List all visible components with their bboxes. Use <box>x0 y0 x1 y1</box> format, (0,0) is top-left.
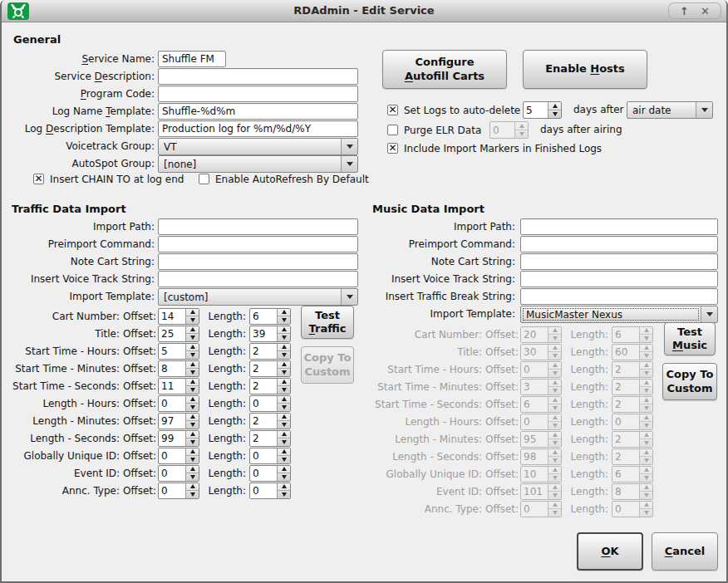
offset-input[interactable] <box>159 379 185 394</box>
length-spinbox[interactable] <box>249 308 291 325</box>
spin-up-icon[interactable] <box>278 326 290 335</box>
spin-up-icon[interactable] <box>278 379 290 387</box>
checkbox[interactable] <box>387 143 398 154</box>
spin-up-icon[interactable] <box>186 379 199 387</box>
length-input[interactable] <box>250 361 277 376</box>
enable-hosts-button[interactable]: Enable Hosts <box>523 50 647 89</box>
offset-spinbox[interactable] <box>158 430 199 447</box>
spin-down-icon[interactable] <box>278 316 290 324</box>
offset-input[interactable] <box>159 466 185 481</box>
music-insert-voice-track-string-input[interactable] <box>520 271 718 287</box>
spin-up-icon[interactable] <box>186 396 199 404</box>
spin-down-icon[interactable] <box>278 456 290 463</box>
spin-up-icon[interactable] <box>278 431 290 439</box>
traffic-note-cart-string-input[interactable] <box>158 253 358 270</box>
spin-down-icon[interactable] <box>278 438 290 446</box>
log-description-template-input[interactable] <box>158 120 358 137</box>
offset-spinbox[interactable] <box>158 360 199 377</box>
purge-elr-checkbox[interactable]: Purge ELR Data <box>387 121 481 139</box>
spin-up-icon[interactable] <box>186 414 199 422</box>
offset-input[interactable] <box>159 326 185 341</box>
traffic-import-template-select[interactable]: [custom] <box>158 288 358 306</box>
offset-spinbox[interactable] <box>158 483 199 499</box>
length-spinbox[interactable] <box>249 430 291 447</box>
spin-down-icon[interactable] <box>278 404 290 411</box>
music-import-path-input[interactable] <box>520 218 718 235</box>
ok-button[interactable]: OK <box>577 532 643 571</box>
spin-down-icon[interactable] <box>186 334 199 341</box>
offset-input[interactable] <box>159 448 185 463</box>
spin-up-icon[interactable] <box>186 326 199 335</box>
length-input[interactable] <box>250 414 277 429</box>
title-bar[interactable]: RDAdmin - Edit Service ↑ ✕ <box>2 0 726 22</box>
offset-input[interactable] <box>159 414 185 429</box>
offset-input[interactable] <box>159 431 185 446</box>
spin-down-icon[interactable] <box>278 386 290 394</box>
configure-autofill-carts-button[interactable]: Configure Autofill Carts <box>382 50 507 89</box>
offset-input[interactable] <box>159 483 185 498</box>
spin-down-icon[interactable] <box>186 404 199 411</box>
auto-delete-days-input[interactable] <box>524 102 548 118</box>
spin-up-icon[interactable] <box>186 309 199 317</box>
import-markers-checkbox[interactable]: Include Import Markers in Finished Logs <box>387 140 602 157</box>
auto-delete-days-spinbox[interactable] <box>523 101 562 119</box>
spin-down-icon[interactable] <box>186 438 199 446</box>
length-spinbox[interactable] <box>249 343 291 360</box>
traffic-import-path-input[interactable] <box>158 218 358 235</box>
offset-input[interactable] <box>159 361 185 376</box>
offset-spinbox[interactable] <box>158 395 199 412</box>
checkbox[interactable] <box>33 174 44 184</box>
traffic-insert-voice-track-string-input[interactable] <box>158 271 358 287</box>
offset-spinbox[interactable] <box>158 465 199 482</box>
length-input[interactable] <box>250 396 277 411</box>
length-spinbox[interactable] <box>249 360 291 377</box>
service-name-input[interactable] <box>158 51 226 67</box>
spin-down-icon[interactable] <box>548 110 561 118</box>
spin-down-icon[interactable] <box>186 473 199 481</box>
spin-down-icon[interactable] <box>186 369 199 376</box>
spin-up-icon[interactable] <box>278 483 290 492</box>
offset-spinbox[interactable] <box>158 448 199 464</box>
music-preimport-command-input[interactable] <box>520 236 718 252</box>
autorefresh-checkbox[interactable]: Enable AutoRefresh By Default <box>199 170 369 188</box>
spin-up-icon[interactable] <box>186 448 199 457</box>
spin-up-icon[interactable] <box>278 396 290 404</box>
spin-down-icon[interactable] <box>186 456 199 463</box>
length-input[interactable] <box>250 483 277 498</box>
spin-down-icon[interactable] <box>278 473 290 481</box>
spin-down-icon[interactable] <box>186 351 199 359</box>
test-traffic-button[interactable]: Test Traffic <box>301 306 354 339</box>
spin-down-icon[interactable] <box>186 421 199 429</box>
music-copy-to-custom-button[interactable]: Copy To Custom <box>662 363 717 400</box>
offset-spinbox[interactable] <box>158 343 199 360</box>
spin-up-icon[interactable] <box>278 361 290 370</box>
length-spinbox[interactable] <box>249 465 291 482</box>
spin-down-icon[interactable] <box>278 334 290 341</box>
music-insert-traffic-break-string-input[interactable] <box>520 288 718 305</box>
length-input[interactable] <box>250 431 277 446</box>
spin-up-icon[interactable] <box>278 466 290 474</box>
spin-up-icon[interactable] <box>186 483 199 492</box>
music-note-cart-string-input[interactable] <box>520 253 718 270</box>
spin-up-icon[interactable] <box>278 448 290 457</box>
spin-up-icon[interactable] <box>186 431 199 439</box>
spin-up-icon[interactable] <box>278 414 290 422</box>
length-input[interactable] <box>250 326 277 341</box>
checkbox[interactable] <box>387 105 398 115</box>
offset-spinbox[interactable] <box>158 378 199 394</box>
music-import-template-select[interactable]: MusicMaster Nexus <box>520 306 718 323</box>
length-spinbox[interactable] <box>249 378 291 394</box>
spin-down-icon[interactable] <box>186 386 199 394</box>
length-spinbox[interactable] <box>249 395 291 412</box>
service-description-input[interactable] <box>158 68 358 85</box>
length-input[interactable] <box>250 448 277 463</box>
checkbox[interactable] <box>387 125 398 135</box>
checkbox[interactable] <box>199 174 209 184</box>
spin-down-icon[interactable] <box>278 421 290 429</box>
length-spinbox[interactable] <box>249 326 291 342</box>
spin-up-icon[interactable] <box>186 344 199 352</box>
spin-down-icon[interactable] <box>186 491 199 498</box>
offset-spinbox[interactable] <box>158 308 199 325</box>
spin-up-icon[interactable] <box>186 466 199 474</box>
auto-delete-checkbox[interactable]: Set Logs to auto-delete <box>387 101 520 119</box>
